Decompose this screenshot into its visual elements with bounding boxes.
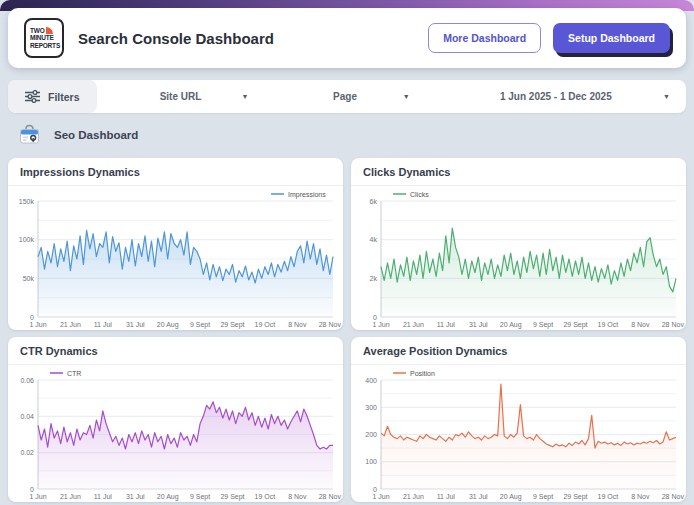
site-url-dropdown[interactable]: Site URL ▼ xyxy=(97,80,265,113)
svg-text:20 Aug: 20 Aug xyxy=(157,493,179,501)
svg-text:20 Aug: 20 Aug xyxy=(157,321,179,329)
filters-toggle[interactable]: Filters xyxy=(8,80,97,113)
header: TWO MINUTE REPORTS Search Console Dashbo… xyxy=(8,8,686,68)
svg-text:21 Jun: 21 Jun xyxy=(403,493,424,500)
position-chart: 01002003004001 Jun21 Jun11 Jul31 Jul20 A… xyxy=(351,365,686,502)
svg-text:0: 0 xyxy=(373,314,377,321)
charts-grid: Impressions Dynamics 050k100k150k1 Jun21… xyxy=(8,158,686,502)
svg-text:19 Oct: 19 Oct xyxy=(255,321,276,328)
chevron-down-icon: ▼ xyxy=(403,93,410,100)
svg-text:28 Nov: 28 Nov xyxy=(662,493,685,500)
svg-text:11 Jul: 11 Jul xyxy=(437,321,456,328)
svg-text:20 Aug: 20 Aug xyxy=(500,321,522,329)
page-dropdown[interactable]: Page ▼ xyxy=(264,80,425,113)
svg-text:21 Jun: 21 Jun xyxy=(60,493,81,500)
svg-text:20 Aug: 20 Aug xyxy=(500,493,522,501)
svg-text:19 Oct: 19 Oct xyxy=(598,321,619,328)
svg-text:CTR: CTR xyxy=(67,370,81,377)
chart-title: Impressions Dynamics xyxy=(8,158,343,186)
ctr-chart-card: CTR Dynamics 00.020.040.061 Jun21 Jun11 … xyxy=(8,337,343,502)
svg-text:8 Nov: 8 Nov xyxy=(631,321,650,328)
svg-text:0: 0 xyxy=(373,486,377,493)
svg-text:300: 300 xyxy=(365,404,377,411)
svg-text:19 Oct: 19 Oct xyxy=(598,493,619,500)
svg-text:Position: Position xyxy=(410,370,435,377)
chevron-down-icon: ▼ xyxy=(663,93,670,100)
svg-text:1 Jun: 1 Jun xyxy=(29,493,46,500)
chart-title: Average Position Dynamics xyxy=(351,337,686,365)
svg-text:28 Nov: 28 Nov xyxy=(319,321,342,328)
svg-text:150k: 150k xyxy=(19,198,35,205)
svg-text:100k: 100k xyxy=(19,236,35,243)
svg-text:100: 100 xyxy=(365,458,377,465)
svg-text:29 Sept: 29 Sept xyxy=(220,321,244,329)
svg-text:21 Jun: 21 Jun xyxy=(403,321,424,328)
dashboard-app: TWO MINUTE REPORTS Search Console Dashbo… xyxy=(0,0,694,505)
logo-line-1: TWO xyxy=(30,27,45,34)
filters-label: Filters xyxy=(48,91,80,103)
svg-text:21 Jun: 21 Jun xyxy=(60,321,81,328)
svg-text:400: 400 xyxy=(365,377,377,384)
filters-bar: Filters Site URL ▼ Page ▼ 1 Jun 2025 - 1… xyxy=(8,80,686,113)
chart-canvas: 01002003004001 Jun21 Jun11 Jul31 Jul20 A… xyxy=(351,365,686,502)
logo-line-2: MINUTE xyxy=(30,34,62,41)
clicks-chart: 02k4k6k1 Jun21 Jun11 Jul31 Jul20 Aug9 Se… xyxy=(351,186,686,330)
impressions-chart: 050k100k150k1 Jun21 Jun11 Jul31 Jul20 Au… xyxy=(8,186,343,330)
svg-text:Clicks: Clicks xyxy=(410,191,429,198)
svg-text:11 Jul: 11 Jul xyxy=(94,321,113,328)
chart-title: Clicks Dynamics xyxy=(351,158,686,186)
svg-text:6k: 6k xyxy=(370,198,378,205)
site-url-label: Site URL xyxy=(160,91,202,102)
setup-dashboard-button[interactable]: Setup Dashboard xyxy=(553,23,670,53)
svg-text:9 Sept: 9 Sept xyxy=(533,493,553,501)
more-dashboard-button[interactable]: More Dashboard xyxy=(428,23,541,53)
svg-text:1 Jun: 1 Jun xyxy=(372,493,389,500)
svg-text:200: 200 xyxy=(365,431,377,438)
impressions-chart-card: Impressions Dynamics 050k100k150k1 Jun21… xyxy=(8,158,343,330)
svg-text:Impressions: Impressions xyxy=(288,191,326,199)
chart-canvas: 050k100k150k1 Jun21 Jun11 Jul31 Jul20 Au… xyxy=(8,186,343,330)
svg-text:29 Sept: 29 Sept xyxy=(563,321,587,329)
chart-title: CTR Dynamics xyxy=(8,337,343,365)
clicks-chart-card: Clicks Dynamics 02k4k6k1 Jun21 Jun11 Jul… xyxy=(351,158,686,330)
sliders-icon xyxy=(25,90,40,103)
date-range-value: 1 Jun 2025 - 1 Dec 2025 xyxy=(500,91,612,102)
svg-text:9 Sept: 9 Sept xyxy=(190,493,210,501)
page-title: Search Console Dashboard xyxy=(78,30,274,47)
svg-text:0.02: 0.02 xyxy=(20,449,34,456)
chart-canvas: 00.020.040.061 Jun21 Jun11 Jul31 Jul20 A… xyxy=(8,365,343,502)
svg-text:19 Oct: 19 Oct xyxy=(255,493,276,500)
page-label: Page xyxy=(333,91,357,102)
svg-text:29 Sept: 29 Sept xyxy=(563,493,587,501)
svg-text:8 Nov: 8 Nov xyxy=(288,321,307,328)
svg-text:8 Nov: 8 Nov xyxy=(288,493,307,500)
svg-text:31 Jul: 31 Jul xyxy=(469,321,488,328)
svg-text:31 Jul: 31 Jul xyxy=(126,321,145,328)
svg-text:50k: 50k xyxy=(23,275,35,282)
svg-text:9 Sept: 9 Sept xyxy=(533,321,553,329)
chevron-down-icon: ▼ xyxy=(242,93,249,100)
chart-canvas: 02k4k6k1 Jun21 Jun11 Jul31 Jul20 Aug9 Se… xyxy=(351,186,686,330)
svg-text:1 Jun: 1 Jun xyxy=(29,321,46,328)
search-console-toolbox-icon xyxy=(18,124,41,145)
svg-text:0.06: 0.06 xyxy=(20,377,34,384)
svg-text:4k: 4k xyxy=(370,236,378,243)
svg-text:31 Jul: 31 Jul xyxy=(126,493,145,500)
svg-text:28 Nov: 28 Nov xyxy=(662,321,685,328)
svg-text:1 Jun: 1 Jun xyxy=(372,321,389,328)
header-actions: More Dashboard Setup Dashboard xyxy=(428,23,670,53)
svg-text:0: 0 xyxy=(30,314,34,321)
svg-text:28 Nov: 28 Nov xyxy=(319,493,342,500)
position-chart-card: Average Position Dynamics 01002003004001… xyxy=(351,337,686,502)
svg-text:8 Nov: 8 Nov xyxy=(631,493,650,500)
logo-wedge-icon xyxy=(46,27,53,34)
logo-line-3: REPORTS xyxy=(30,42,62,49)
svg-text:31 Jul: 31 Jul xyxy=(469,493,488,500)
svg-text:29 Sept: 29 Sept xyxy=(220,493,244,501)
ctr-chart: 00.020.040.061 Jun21 Jun11 Jul31 Jul20 A… xyxy=(8,365,343,502)
svg-text:0: 0 xyxy=(30,486,34,493)
section-title: Seo Dashboard xyxy=(54,129,138,141)
two-minute-reports-logo: TWO MINUTE REPORTS xyxy=(24,18,64,58)
svg-text:9 Sept: 9 Sept xyxy=(190,321,210,329)
date-range-dropdown[interactable]: 1 Jun 2025 - 1 Dec 2025 ▼ xyxy=(426,80,686,113)
